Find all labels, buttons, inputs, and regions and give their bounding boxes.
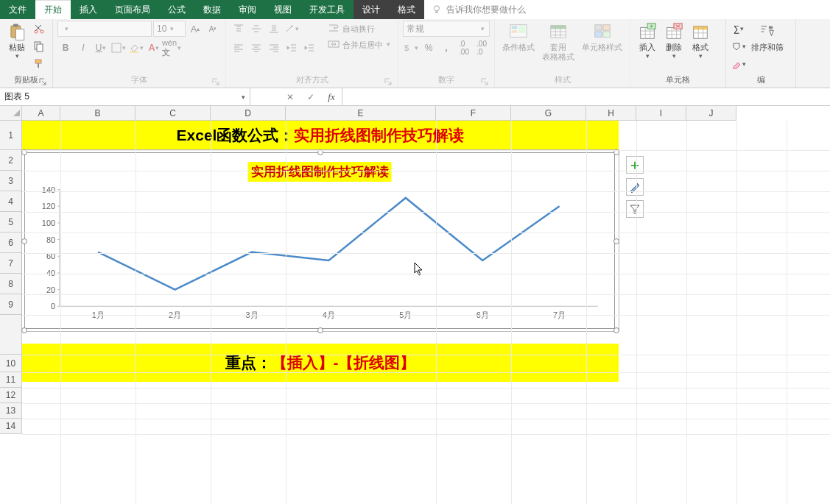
wrap-text-button[interactable]: 自动换行 <box>325 21 393 35</box>
fill-button[interactable]: ▾ <box>731 38 747 54</box>
row-header[interactable]: 8 <box>0 274 22 294</box>
column-headers[interactable]: ABCDEFGHIJ <box>22 106 736 121</box>
row-headers[interactable]: 1234567891011121314 <box>0 121 22 434</box>
cut-button[interactable] <box>31 21 47 37</box>
row-header[interactable]: 11 <box>0 372 22 388</box>
column-header[interactable]: C <box>136 106 211 121</box>
row-header[interactable]: 7 <box>0 253 22 274</box>
chart-plot-area[interactable]: 0204060801001201401月2月3月4月5月6月7月 <box>25 153 614 328</box>
chevron-down-icon[interactable]: ▾ <box>241 93 245 101</box>
percent-format-button[interactable]: % <box>421 40 437 56</box>
clear-button[interactable]: ▾ <box>731 56 747 72</box>
decrease-font-button[interactable]: A▾ <box>205 21 221 37</box>
format-painter-button[interactable] <box>31 56 47 72</box>
dialog-launcher-icon[interactable] <box>39 78 46 85</box>
cells-area[interactable]: Excel函数公式：实用折线图制作技巧解读 重点：【插入】-【折线图】 实用折线… <box>22 121 830 504</box>
row-header[interactable]: 13 <box>0 403 22 419</box>
decrease-decimal-button[interactable]: .00.0 <box>474 40 490 56</box>
orientation-button[interactable]: ▾ <box>284 21 300 37</box>
column-header[interactable]: J <box>686 106 736 121</box>
autosum-button[interactable]: ∑▾ <box>731 21 747 37</box>
tab-home[interactable]: 开始 <box>35 0 71 19</box>
tab-insert[interactable]: 插入 <box>71 0 106 19</box>
enter-formula-button[interactable]: ✓ <box>300 88 321 105</box>
font-family-combo[interactable]: ▾ <box>57 21 152 37</box>
conditional-formatting-button[interactable]: 条件格式 <box>499 21 538 54</box>
insert-function-button[interactable]: fx <box>321 88 342 105</box>
resize-handle-e[interactable] <box>613 238 619 244</box>
column-header[interactable]: H <box>586 106 636 121</box>
increase-font-button[interactable]: A▴ <box>187 21 203 37</box>
row-header[interactable]: 1 <box>0 121 22 150</box>
tab-chart-format[interactable]: 格式 <box>389 0 424 19</box>
row-header[interactable]: 4 <box>0 191 22 212</box>
paste-button[interactable]: 粘贴 ▾ <box>4 21 29 61</box>
cell-styles-button[interactable]: 单元格样式 <box>579 21 625 54</box>
column-header[interactable]: D <box>211 106 286 121</box>
copy-button[interactable] <box>31 38 47 54</box>
row-header[interactable]: 10 <box>0 355 22 372</box>
align-center-button[interactable] <box>248 40 264 56</box>
chart-object[interactable]: 实用折线图制作技巧解读 0204060801001201401月2月3月4月5月… <box>24 152 615 329</box>
column-header[interactable]: E <box>286 106 436 121</box>
sort-filter-button[interactable]: 排序和筛 <box>748 21 787 54</box>
row-header[interactable]: 5 <box>0 212 22 233</box>
insert-cells-button[interactable]: 插入▾ <box>635 21 660 61</box>
decrease-indent-button[interactable] <box>284 40 300 56</box>
italic-button[interactable]: I <box>75 40 91 56</box>
border-button[interactable]: ▾ <box>110 40 127 56</box>
column-header[interactable]: G <box>511 106 586 121</box>
row-header[interactable]: 3 <box>0 171 22 191</box>
resize-handle-sw[interactable] <box>21 327 27 333</box>
dialog-launcher-icon[interactable] <box>481 78 488 85</box>
cancel-formula-button[interactable]: ✕ <box>280 88 300 105</box>
column-header[interactable]: B <box>60 106 136 121</box>
row-header[interactable]: 14 <box>0 419 22 434</box>
name-box[interactable]: 图表 5 ▾ <box>0 88 250 105</box>
tell-me-search[interactable]: 告诉我你想要做什么 <box>424 0 830 19</box>
select-all-corner[interactable] <box>0 106 22 121</box>
merge-center-button[interactable]: 合并后居中▾ <box>325 37 393 52</box>
underline-button[interactable]: U▾ <box>93 40 109 56</box>
column-header[interactable]: A <box>22 106 60 121</box>
tab-data[interactable]: 数据 <box>194 0 230 19</box>
increase-indent-button[interactable] <box>301 40 317 56</box>
row-header[interactable]: 9 <box>0 294 22 315</box>
resize-handle-s[interactable] <box>317 327 323 333</box>
chart-filters-button[interactable] <box>626 200 644 218</box>
tab-view[interactable]: 视图 <box>265 0 300 19</box>
format-cells-button[interactable]: 格式▾ <box>688 21 713 61</box>
phonetic-button[interactable]: wén文▾ <box>163 40 180 56</box>
delete-cells-button[interactable]: 删除▾ <box>661 21 686 61</box>
fill-color-button[interactable]: ▾ <box>128 40 144 56</box>
tab-developer[interactable]: 开发工具 <box>300 0 354 19</box>
dialog-launcher-icon[interactable] <box>384 78 392 85</box>
column-header[interactable]: I <box>636 106 686 121</box>
tab-chart-design[interactable]: 设计 <box>354 0 389 19</box>
align-right-button[interactable] <box>266 40 282 56</box>
align-middle-button[interactable] <box>248 21 264 37</box>
row-header[interactable] <box>0 315 22 355</box>
align-bottom-button[interactable] <box>266 21 282 37</box>
resize-handle-w[interactable] <box>21 238 27 244</box>
number-format-combo[interactable]: 常规▾ <box>403 21 490 37</box>
font-size-combo[interactable]: 10▾ <box>153 21 186 37</box>
chart-styles-button[interactable] <box>626 178 644 196</box>
tab-review[interactable]: 审阅 <box>230 0 265 19</box>
align-left-button[interactable] <box>231 40 247 56</box>
align-top-button[interactable] <box>231 21 247 37</box>
increase-decimal-button[interactable]: .0.00 <box>456 40 472 56</box>
format-as-table-button[interactable]: 套用 表格格式 <box>539 21 577 63</box>
column-header[interactable]: F <box>436 106 511 121</box>
tab-formulas[interactable]: 公式 <box>159 0 194 19</box>
resize-handle-se[interactable] <box>613 327 619 333</box>
tab-file[interactable]: 文件 <box>0 0 35 19</box>
font-color-button[interactable]: A▾ <box>146 40 162 56</box>
comma-format-button[interactable]: , <box>438 40 454 56</box>
accounting-format-button[interactable]: $▾ <box>403 40 419 56</box>
row-header[interactable]: 12 <box>0 388 22 403</box>
dialog-launcher-icon[interactable] <box>212 78 219 85</box>
row-header[interactable]: 2 <box>0 150 22 171</box>
formula-input[interactable] <box>342 88 830 105</box>
bold-button[interactable]: B <box>57 40 74 56</box>
